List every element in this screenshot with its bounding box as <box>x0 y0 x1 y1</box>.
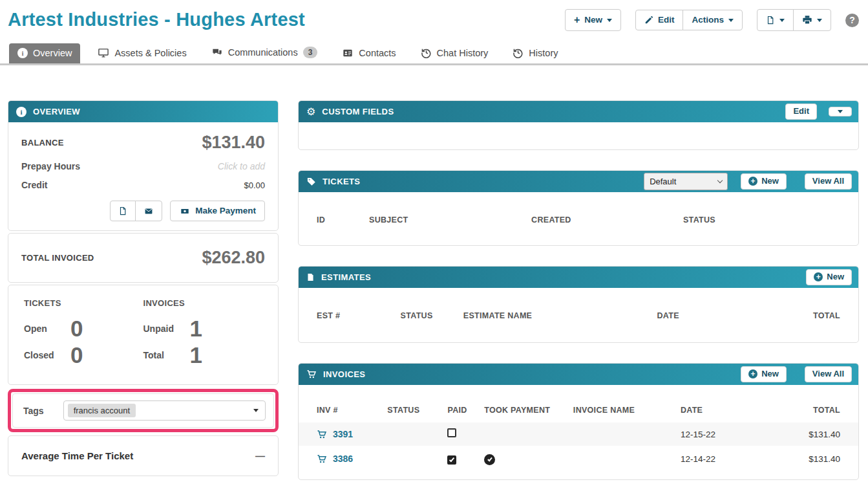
chevron-down-icon <box>779 19 785 22</box>
new-button[interactable]: New <box>565 9 621 31</box>
tab-communications[interactable]: Communications 3 <box>203 42 326 63</box>
tag-chip[interactable]: francis account <box>68 404 136 417</box>
column-header: INVOICE NAME <box>573 406 681 415</box>
balance-label: BALANCE <box>21 138 64 148</box>
invoice-link[interactable]: 3391 <box>317 429 387 439</box>
chevron-down-icon <box>817 19 822 22</box>
print-dropdown-button[interactable] <box>793 9 831 31</box>
pdf-statement-button[interactable] <box>110 201 136 221</box>
total-invoices-label: Total <box>143 350 190 360</box>
invoice-total: $131.40 <box>754 454 840 464</box>
invoice-number: 3391 <box>333 429 353 439</box>
tab-contacts[interactable]: Contacts <box>333 43 404 63</box>
custom-fields-edit-button[interactable]: Edit <box>785 104 817 119</box>
open-tickets-value: 0 <box>70 317 83 340</box>
gear-icon <box>306 106 315 118</box>
custom-fields-dropdown-button[interactable] <box>829 107 852 116</box>
total-invoices-value: 1 <box>190 344 202 366</box>
balance-value: $131.40 <box>202 133 265 153</box>
invoices-header: INVOICES New View All <box>299 364 858 385</box>
estimates-header: ESTIMATES New <box>299 267 858 288</box>
invoice-row: 3391 12-15-22 $131.40 <box>299 422 858 446</box>
pencil-icon <box>644 16 653 25</box>
edit-actions-group: Edit Actions <box>635 10 743 30</box>
invoice-number: 3386 <box>333 454 353 464</box>
plus-icon <box>574 15 580 25</box>
tickets-stats-header: TICKETS <box>24 298 143 308</box>
tags-label: Tags <box>23 406 44 416</box>
prepay-hours-value[interactable]: Click to add <box>218 161 265 171</box>
export-print-group <box>757 9 831 31</box>
new-invoice-button[interactable]: New <box>741 366 787 382</box>
tab-assets-policies[interactable]: Assets & Policies <box>89 43 195 63</box>
communications-count-badge: 3 <box>303 47 318 58</box>
tab-overview[interactable]: Overview <box>9 43 80 63</box>
tab-label: Communications <box>228 47 298 58</box>
overview-card-header: OVERVIEW <box>8 101 278 122</box>
custom-fields-title: CUSTOM FIELDS <box>322 107 394 116</box>
edit-button-label: Edit <box>793 107 809 116</box>
edit-button-label: Edit <box>658 16 675 25</box>
invoice-link[interactable]: 3386 <box>317 454 387 464</box>
left-column: OVERVIEW BALANCE $131.40 Prepay Hours Cl… <box>8 100 279 478</box>
view-all-invoices-button[interactable]: View All <box>805 366 852 382</box>
actions-button[interactable]: Actions <box>683 10 743 30</box>
column-header: DATE <box>681 406 754 415</box>
open-tickets-label: Open <box>24 323 70 334</box>
plus-circle-icon <box>748 177 757 186</box>
custom-fields-panel: CUSTOM FIELDS Edit <box>298 100 859 150</box>
help-icon[interactable] <box>845 14 859 27</box>
main-content: OVERVIEW BALANCE $131.40 Prepay Hours Cl… <box>0 100 868 482</box>
tags-select[interactable]: francis account <box>63 400 266 421</box>
make-payment-label: Make Payment <box>195 206 256 215</box>
column-header: TOTAL <box>754 406 840 415</box>
credit-label: Credit <box>21 180 47 190</box>
chevron-down-icon <box>607 19 612 22</box>
pdf-file-icon <box>766 15 775 25</box>
tab-history[interactable]: History <box>504 43 566 63</box>
pdf-dropdown-button[interactable] <box>757 9 794 31</box>
closed-tickets-label: Closed <box>24 350 70 360</box>
top-header: Artest Industries - Hughes Artest New Ed… <box>0 0 868 31</box>
right-column: CUSTOM FIELDS Edit TICKETS Default <box>298 100 859 482</box>
ticket-filter-value: Default <box>650 177 676 186</box>
view-all-invoices-label: View All <box>812 369 844 378</box>
invoices-stats: INVOICES Unpaid 1 Total 1 <box>143 298 263 370</box>
invoice-total: $131.40 <box>754 430 840 439</box>
tags-card: Tags francis account <box>12 393 274 428</box>
column-header: TOOK PAYMENT <box>484 406 573 415</box>
estimates-body: EST # STATUS ESTIMATE NAME DATE TOTAL <box>299 288 858 342</box>
custom-fields-body <box>299 122 858 149</box>
overview-card-title: OVERVIEW <box>33 107 80 116</box>
column-header: STATUS <box>683 215 840 225</box>
new-estimate-button[interactable]: New <box>806 269 852 285</box>
invoice-row: 3386 12-14-22 $131.40 <box>299 447 858 470</box>
view-all-tickets-label: View All <box>812 177 844 186</box>
total-invoiced-card: TOTAL INVOICED $262.80 <box>8 233 279 283</box>
tab-label: History <box>529 48 558 58</box>
statement-email-group <box>110 201 162 221</box>
info-circle-icon <box>17 48 28 58</box>
tickets-title: TICKETS <box>323 177 360 186</box>
tab-chat-history[interactable]: Chat History <box>412 43 497 63</box>
tickets-stats: TICKETS Open 0 Closed 0 <box>24 298 143 370</box>
make-payment-button[interactable]: Make Payment <box>170 201 265 221</box>
estimates-panel: ESTIMATES New EST # STATUS ESTIMATE NAME… <box>298 266 859 343</box>
column-header: INV # <box>317 406 387 415</box>
edit-button[interactable]: Edit <box>635 10 684 30</box>
closed-tickets-value: 0 <box>70 344 83 366</box>
desktop-icon <box>98 47 109 58</box>
view-all-tickets-button[interactable]: View All <box>805 173 852 189</box>
paid-checkbox[interactable] <box>447 455 456 465</box>
unpaid-invoices-label: Unpaid <box>143 323 190 334</box>
paid-checkbox[interactable] <box>447 428 456 437</box>
invoices-table-header: INV # STATUS PAID TOOK PAYMENT INVOICE N… <box>299 406 858 415</box>
email-button[interactable] <box>135 201 162 221</box>
column-header: STATUS <box>387 406 447 415</box>
file-text-icon <box>306 272 315 282</box>
invoices-panel: INVOICES New View All INV # STATUS PAID … <box>298 363 859 480</box>
overview-card: OVERVIEW BALANCE $131.40 Prepay Hours Cl… <box>8 100 279 231</box>
ticket-filter-select[interactable]: Default <box>644 173 728 190</box>
plus-circle-icon <box>748 369 757 378</box>
new-ticket-button[interactable]: New <box>741 173 787 189</box>
